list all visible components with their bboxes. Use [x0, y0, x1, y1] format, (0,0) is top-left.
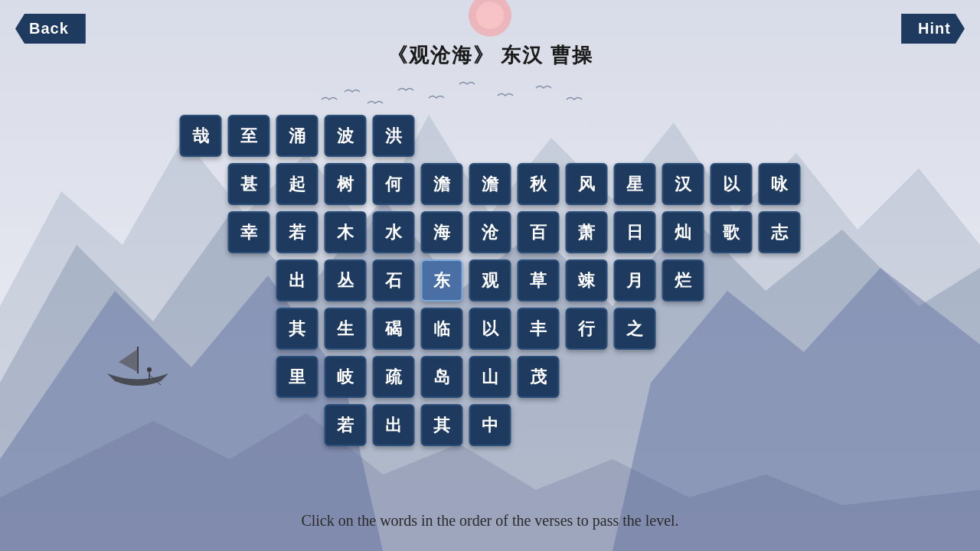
svg-point-2	[476, 2, 504, 29]
tile-歌[interactable]: 歌	[710, 211, 753, 253]
tile-甚[interactable]: 甚	[228, 163, 270, 205]
tile-若2[interactable]: 若	[325, 404, 367, 446]
tile-水[interactable]: 水	[373, 211, 415, 253]
tile-汉[interactable]: 汉	[662, 163, 704, 205]
grid-row-1: 哉 至 涌 波 洪	[180, 115, 801, 157]
tile-澹2[interactable]: 澹	[469, 163, 511, 205]
tile-涌[interactable]: 涌	[276, 115, 318, 157]
character-grid: 哉 至 涌 波 洪 甚 起 树 何 澹 澹 秋 风 星 汉 以 咏 幸 若 木 …	[180, 115, 801, 446]
tile-志[interactable]: 志	[759, 211, 801, 253]
poem-title: 《观沧海》 东汉 曹操	[387, 42, 593, 69]
tile-秋[interactable]: 秋	[518, 163, 560, 205]
tile-萧[interactable]: 萧	[566, 211, 608, 253]
tile-里[interactable]: 里	[276, 356, 318, 398]
tile-海[interactable]: 海	[421, 211, 463, 253]
tile-灿[interactable]: 灿	[662, 211, 704, 253]
tile-咏[interactable]: 咏	[759, 163, 801, 205]
tile-行[interactable]: 行	[566, 308, 608, 350]
tile-岛[interactable]: 岛	[421, 356, 463, 398]
tile-何[interactable]: 何	[373, 163, 415, 205]
tile-疏[interactable]: 疏	[373, 356, 415, 398]
tile-风[interactable]: 风	[566, 163, 608, 205]
tile-观[interactable]: 观	[469, 259, 511, 302]
tile-澹1[interactable]: 澹	[421, 163, 463, 205]
tile-洪[interactable]: 洪	[373, 115, 415, 157]
back-button[interactable]: Back	[15, 14, 86, 44]
tile-至[interactable]: 至	[228, 115, 270, 157]
svg-point-4	[147, 367, 152, 372]
tile-东[interactable]: 东	[421, 259, 463, 302]
tile-木[interactable]: 木	[325, 211, 367, 253]
hint-button[interactable]: Hint	[901, 14, 965, 44]
grid-row-3: 幸 若 木 水 海 沧 百 萧 日 灿 歌 志	[228, 211, 801, 253]
tile-百[interactable]: 百	[518, 211, 560, 253]
tile-树[interactable]: 树	[325, 163, 367, 205]
tile-沧[interactable]: 沧	[469, 211, 511, 253]
tile-茂[interactable]: 茂	[518, 356, 560, 398]
grid-row-6: 里 岐 疏 岛 山 茂	[276, 356, 801, 398]
tile-波[interactable]: 波	[325, 115, 367, 157]
tile-星[interactable]: 星	[614, 163, 656, 205]
tile-丛[interactable]: 丛	[325, 259, 367, 302]
tile-以2[interactable]: 以	[469, 308, 511, 350]
tile-其2[interactable]: 其	[421, 404, 463, 446]
tile-出1[interactable]: 出	[276, 259, 318, 302]
tile-石[interactable]: 石	[373, 259, 415, 302]
tile-之[interactable]: 之	[614, 308, 656, 350]
tile-碣[interactable]: 碣	[373, 308, 415, 350]
tile-月[interactable]: 月	[614, 259, 656, 302]
tile-幸[interactable]: 幸	[228, 211, 270, 253]
tile-临[interactable]: 临	[421, 308, 463, 350]
tile-哉[interactable]: 哉	[180, 115, 222, 157]
boat-svg	[100, 343, 176, 389]
tile-草[interactable]: 草	[518, 259, 560, 302]
tile-起[interactable]: 起	[276, 163, 318, 205]
grid-row-7: 若 出 其 中	[325, 404, 801, 446]
instruction-text: Click on the words in the order of the v…	[301, 512, 678, 530]
grid-row-2: 甚 起 树 何 澹 澹 秋 风 星 汉 以 咏	[228, 163, 801, 205]
boat-decoration	[100, 343, 176, 398]
tile-日[interactable]: 日	[614, 211, 656, 253]
tile-丰[interactable]: 丰	[518, 308, 560, 350]
tile-岐[interactable]: 岐	[325, 356, 367, 398]
tile-若1[interactable]: 若	[276, 211, 318, 253]
tile-中[interactable]: 中	[469, 404, 511, 446]
tile-烂[interactable]: 烂	[662, 259, 704, 302]
grid-row-5: 其 生 碣 临 以 丰 行 之	[276, 308, 801, 350]
tile-生[interactable]: 生	[325, 308, 367, 350]
tile-其1[interactable]: 其	[276, 308, 318, 350]
grid-row-4: 出 丛 石 东 观 草 竦 月 烂	[276, 259, 801, 302]
tile-出2[interactable]: 出	[373, 404, 415, 446]
tile-山[interactable]: 山	[469, 356, 511, 398]
tile-竦[interactable]: 竦	[566, 259, 608, 302]
tile-以1[interactable]: 以	[710, 163, 753, 205]
